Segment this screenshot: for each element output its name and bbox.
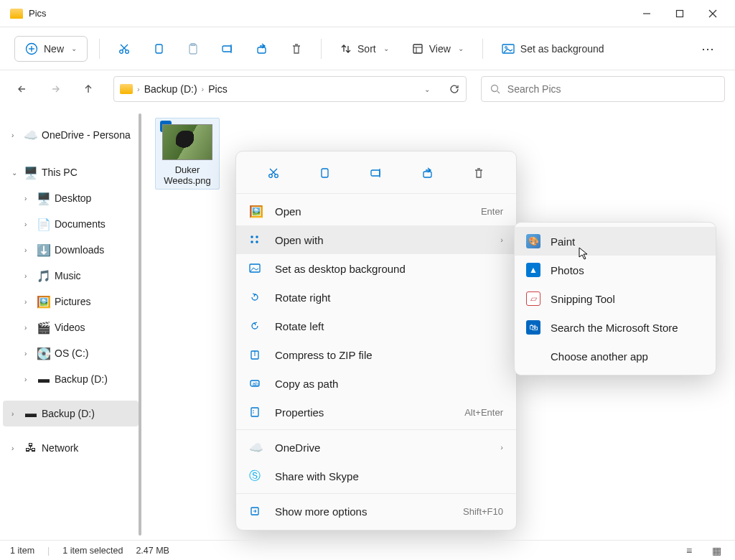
ctx-zip[interactable]: Compress to ZIP file — [236, 340, 516, 369]
pictures-icon: 🖼️ — [37, 295, 50, 308]
ctx-share-button[interactable] — [415, 163, 441, 183]
desktop-icon: 🖥️ — [37, 192, 50, 205]
ctx-delete-button[interactable] — [466, 163, 492, 183]
share-button[interactable] — [249, 36, 275, 62]
scissors-icon — [118, 42, 131, 55]
ctx-skype[interactable]: ⓈShare with Skype — [236, 462, 516, 490]
delete-button[interactable] — [284, 36, 309, 62]
sidebar-item-osc[interactable]: ›💽OS (C:) — [3, 340, 139, 366]
sidebar-item-backupd-sel[interactable]: ›▬Backup (D:) — [3, 401, 139, 426]
cut-button[interactable] — [111, 36, 137, 62]
search-box[interactable] — [481, 76, 725, 102]
ctx-more-options[interactable]: Show more optionsShift+F10 — [236, 497, 516, 526]
up-button[interactable] — [76, 77, 100, 101]
cloud-icon: ☁️ — [249, 441, 263, 454]
sidebar-item-backupd[interactable]: ›▬Backup (D:) — [3, 366, 139, 392]
separator — [321, 39, 322, 59]
sidebar-item-music[interactable]: ›🎵Music — [3, 263, 139, 289]
sidebar-item-thispc[interactable]: ⌄🖥️This PC — [3, 159, 139, 185]
ctx-set-bg[interactable]: Set as desktop background — [236, 254, 516, 283]
new-button[interactable]: New ⌄ — [14, 36, 88, 62]
pc-icon: 🖥️ — [24, 166, 37, 179]
network-icon: 🖧 — [24, 442, 37, 454]
details-view-button[interactable]: ≡ — [686, 545, 699, 556]
paint-icon: 🎨 — [526, 234, 540, 248]
sub-paint[interactable]: 🎨Paint — [515, 227, 716, 256]
svg-point-42 — [253, 412, 254, 414]
set-bg-label: Set as background — [520, 43, 604, 55]
picture-icon — [502, 43, 515, 55]
large-icons-button[interactable]: ▦ — [712, 545, 725, 556]
properties-icon — [249, 406, 263, 418]
breadcrumb-drive[interactable]: Backup (D:) — [144, 83, 197, 95]
store-icon: 🛍 — [526, 320, 540, 335]
chevron-right-icon: › — [137, 85, 140, 93]
sidebar-item-videos[interactable]: ›🎬Videos — [3, 314, 139, 340]
set-background-button[interactable]: Set as background — [495, 36, 612, 62]
chevron-right-icon: › — [24, 272, 33, 280]
context-menu: 🖼️OpenEnter Open with› Set as desktop ba… — [235, 151, 517, 531]
svg-point-22 — [492, 85, 498, 91]
rotate-left-icon — [249, 320, 263, 332]
ctx-copy-path[interactable]: abCopy as path — [236, 369, 516, 398]
minimize-icon — [642, 9, 651, 18]
breadcrumb-folder[interactable]: Pics — [208, 83, 227, 95]
sidebar-item-documents[interactable]: ›📄Documents — [3, 211, 139, 237]
rename-button[interactable] — [215, 36, 240, 62]
sidebar-divider[interactable] — [139, 113, 141, 536]
minimize-button[interactable] — [630, 2, 663, 25]
sidebar-item-desktop[interactable]: ›🖥️Desktop — [3, 185, 139, 211]
chevron-down-icon: ⌄ — [71, 45, 77, 52]
copy-button[interactable] — [146, 36, 172, 62]
view-button[interactable]: View ⌄ — [405, 36, 471, 62]
toolbar: New ⌄ Sort ⌄ View ⌄ Set as background ⋯ — [0, 27, 735, 70]
ctx-open[interactable]: 🖼️OpenEnter — [236, 197, 516, 225]
ctx-rename-button[interactable] — [363, 163, 389, 183]
music-icon: 🎵 — [37, 269, 50, 282]
folder-icon — [120, 84, 133, 94]
svg-rect-40 — [251, 408, 258, 416]
refresh-icon[interactable] — [449, 83, 460, 95]
drive-icon: ▬ — [37, 373, 50, 386]
paste-button[interactable] — [180, 36, 206, 62]
folder-icon — [10, 9, 23, 19]
breadcrumb[interactable]: › Backup (D:) › Pics ⌄ — [113, 76, 467, 102]
search-input[interactable] — [507, 83, 716, 95]
sub-choose-app[interactable]: Choose another app — [515, 342, 716, 370]
ctx-copy-button[interactable] — [312, 163, 337, 183]
sidebar-item-network[interactable]: ›🖧Network — [3, 435, 139, 461]
ctx-properties[interactable]: PropertiesAlt+Enter — [236, 398, 516, 426]
back-button[interactable] — [10, 77, 34, 101]
more-button[interactable]: ⋯ — [695, 36, 721, 62]
menu-separator — [236, 429, 516, 430]
chevron-right-icon: › — [11, 410, 20, 418]
svg-point-21 — [505, 46, 507, 48]
sub-store[interactable]: 🛍Search the Microsoft Store — [515, 313, 716, 342]
chevron-right-icon: › — [24, 220, 33, 228]
share-icon — [421, 167, 434, 179]
sub-photos[interactable]: ▲Photos — [515, 256, 716, 284]
close-button[interactable] — [696, 2, 729, 25]
ctx-rotate-left[interactable]: Rotate left — [236, 312, 516, 340]
sidebar-item-pictures[interactable]: ›🖼️Pictures — [3, 289, 139, 314]
sub-snipping[interactable]: ▱Snipping Tool — [515, 284, 716, 313]
maximize-button[interactable] — [663, 2, 696, 25]
file-item[interactable]: ✓ Duker Weeds.png — [155, 118, 220, 190]
open-with-submenu: 🎨Paint ▲Photos ▱Snipping Tool 🛍Search th… — [514, 222, 716, 375]
picture-icon — [249, 263, 263, 274]
menu-separator — [236, 493, 516, 494]
svg-point-32 — [251, 235, 253, 238]
sidebar-item-downloads[interactable]: ›⬇️Downloads — [3, 237, 139, 263]
ctx-onedrive[interactable]: ☁️OneDrive› — [236, 433, 516, 462]
sort-button[interactable]: Sort ⌄ — [333, 36, 396, 62]
sidebar-item-onedrive[interactable]: ›☁️OneDrive - Persona — [3, 122, 139, 148]
arrow-up-icon — [83, 83, 94, 95]
ctx-open-with[interactable]: Open with› — [236, 225, 516, 254]
documents-icon: 📄 — [37, 218, 50, 230]
ctx-cut-button[interactable] — [261, 163, 286, 183]
chevron-down-icon[interactable]: ⌄ — [424, 85, 430, 93]
menu-separator — [236, 193, 516, 194]
forward-button[interactable] — [43, 77, 67, 101]
ctx-rotate-right[interactable]: Rotate right — [236, 283, 516, 312]
image-icon: 🖼️ — [249, 205, 263, 218]
